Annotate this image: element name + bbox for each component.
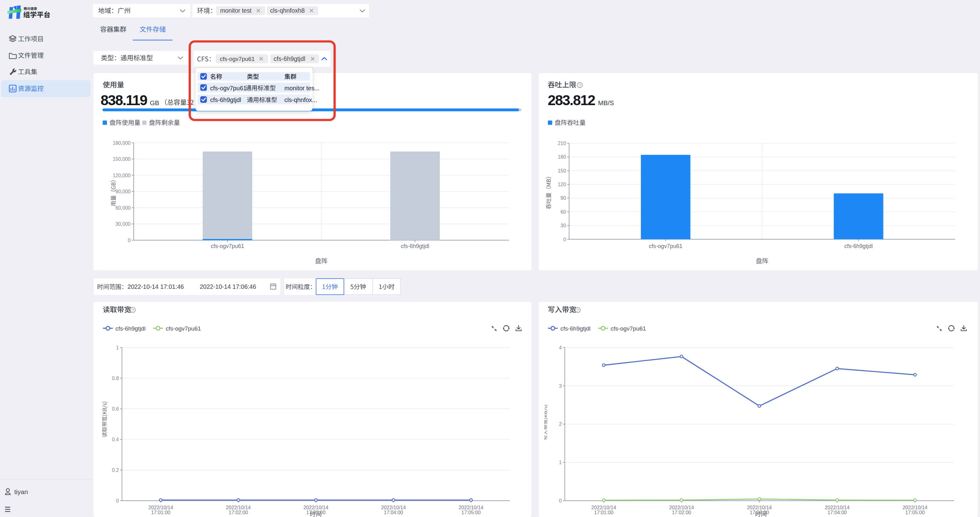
svg-text:cls-qhnfoxh8: cls-qhnfoxh8 <box>270 7 305 14</box>
svg-text:2022/10/14: 2022/10/14 <box>226 505 251 510</box>
svg-text:0.4: 0.4 <box>112 437 119 442</box>
svg-text:17:01:00: 17:01:00 <box>151 510 170 515</box>
svg-text:2022/10/14: 2022/10/14 <box>591 505 616 510</box>
svg-text:17:04:00: 17:04:00 <box>384 510 403 515</box>
svg-text:MB/S: MB/S <box>598 99 614 106</box>
svg-text:838.119: 838.119 <box>100 92 147 108</box>
svg-text:cls-qhnfox...: cls-qhnfox... <box>285 97 317 103</box>
svg-text:monitor tes...: monitor tes... <box>285 85 320 92</box>
svg-text:2022/10/14: 2022/10/14 <box>381 505 406 510</box>
svg-text:2022/10/14: 2022/10/14 <box>903 505 928 510</box>
svg-text:1: 1 <box>559 460 562 465</box>
svg-text:60: 60 <box>561 209 566 214</box>
svg-text:cfs-ogv7pu61: cfs-ogv7pu61 <box>611 325 646 332</box>
svg-text:cfs-6h9gtjdl: cfs-6h9gtjdl <box>845 243 873 249</box>
svg-text:0: 0 <box>563 237 566 242</box>
svg-text:cfs-ogv7pu61: cfs-ogv7pu61 <box>220 56 255 62</box>
svg-text:3: 3 <box>559 384 562 389</box>
svg-text:GB: GB <box>150 99 159 106</box>
svg-text:150: 150 <box>558 168 566 173</box>
svg-text:cfs-ogv7pu61: cfs-ogv7pu61 <box>649 243 682 249</box>
svg-text:2022-10-14 17:01:46: 2022-10-14 17:01:46 <box>127 283 184 290</box>
svg-text:150,000: 150,000 <box>113 157 130 162</box>
svg-text:cfs-ogv7pu61: cfs-ogv7pu61 <box>211 243 244 249</box>
svg-text:0.8: 0.8 <box>112 376 119 381</box>
svg-text:210: 210 <box>558 141 566 146</box>
svg-text:cfs-6h9gtjdl: cfs-6h9gtjdl <box>561 325 590 332</box>
svg-text:0.2: 0.2 <box>112 468 119 473</box>
svg-text:?: ? <box>132 308 134 312</box>
svg-text:17:05:00: 17:05:00 <box>461 510 481 515</box>
svg-text:2022/10/14: 2022/10/14 <box>825 505 850 510</box>
svg-text:17:02:00: 17:02:00 <box>672 510 691 515</box>
svg-text:17:03:00: 17:03:00 <box>306 510 325 515</box>
svg-text:90: 90 <box>561 195 566 201</box>
svg-text:0: 0 <box>128 238 130 243</box>
svg-text:2022-10-14 17:06:46: 2022-10-14 17:06:46 <box>200 283 256 290</box>
svg-text:cfs-6h9gtjdl: cfs-6h9gtjdl <box>274 56 305 62</box>
svg-text:180,000: 180,000 <box>113 140 130 146</box>
svg-text:2022/10/14: 2022/10/14 <box>303 505 328 510</box>
svg-text:0: 0 <box>559 498 562 503</box>
svg-text:4: 4 <box>559 345 562 350</box>
svg-text:17:01:00: 17:01:00 <box>594 510 613 515</box>
svg-text:17:04:00: 17:04:00 <box>827 510 846 515</box>
svg-text:1: 1 <box>116 345 119 350</box>
svg-text:283.812: 283.812 <box>548 92 595 108</box>
svg-text:cfs-6h9gtjdl: cfs-6h9gtjdl <box>115 325 145 332</box>
svg-text:0.6: 0.6 <box>112 406 119 412</box>
svg-text:17:05:00: 17:05:00 <box>905 510 924 515</box>
svg-text:tiyan: tiyan <box>14 488 28 495</box>
svg-text:2: 2 <box>559 422 562 427</box>
svg-text:30,000: 30,000 <box>115 221 130 227</box>
svg-text:2022/10/14: 2022/10/14 <box>148 505 173 510</box>
svg-text:180: 180 <box>558 154 566 160</box>
svg-text:cfs-ogv7pu61: cfs-ogv7pu61 <box>165 325 201 332</box>
svg-text:2022/10/14: 2022/10/14 <box>747 505 772 510</box>
svg-text:90,000: 90,000 <box>115 189 130 194</box>
svg-text:?: ? <box>579 83 581 87</box>
svg-text:?: ? <box>577 308 579 312</box>
svg-text:30: 30 <box>561 223 566 228</box>
svg-text:cfs-6h9gtjdl: cfs-6h9gtjdl <box>210 97 241 103</box>
svg-text:monitor test: monitor test <box>220 7 251 14</box>
svg-text:60,000: 60,000 <box>115 205 130 211</box>
svg-text:120,000: 120,000 <box>113 173 130 178</box>
svg-text:cfs-6h9gtjdl: cfs-6h9gtjdl <box>401 243 430 249</box>
svg-text:120: 120 <box>558 182 566 187</box>
svg-text:cfs-ogv7pu61: cfs-ogv7pu61 <box>210 85 247 92</box>
svg-text:0: 0 <box>116 498 119 503</box>
svg-text:2022/10/14: 2022/10/14 <box>459 505 484 510</box>
svg-text:17:02:00: 17:02:00 <box>229 510 248 515</box>
svg-text:2022/10/14: 2022/10/14 <box>669 505 694 510</box>
